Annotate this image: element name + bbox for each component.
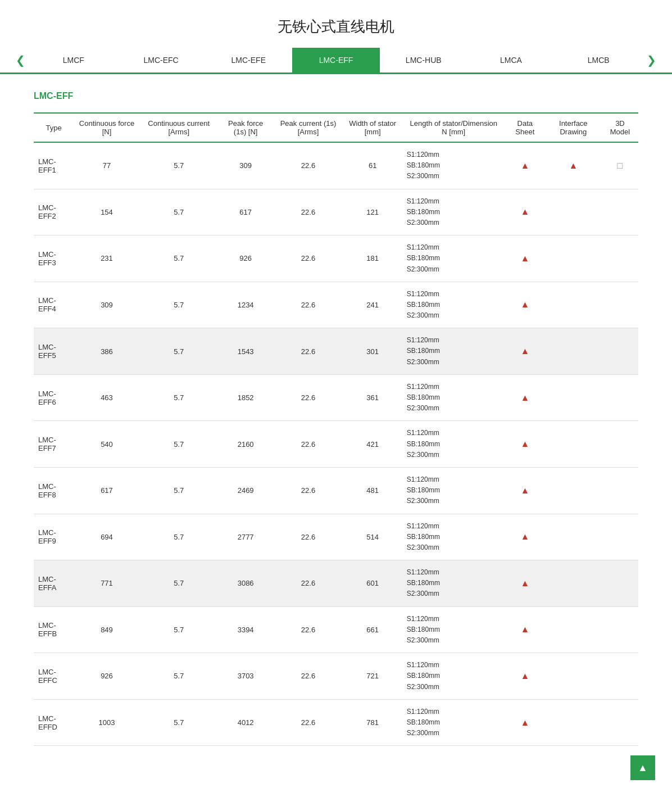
tab-LMC-EFE[interactable]: LMC-EFE bbox=[205, 48, 292, 74]
interface-cell[interactable] bbox=[545, 236, 602, 282]
pdf-icon[interactable]: ▲ bbox=[520, 486, 529, 495]
peak-current-cell: 22.6 bbox=[273, 699, 343, 746]
model-cell[interactable] bbox=[602, 606, 638, 653]
model-cell[interactable] bbox=[602, 282, 638, 328]
tab-arrow-left[interactable]: ❮ bbox=[11, 48, 30, 73]
pdf-icon[interactable]: ▲ bbox=[520, 671, 529, 681]
peak-force-cell: 3086 bbox=[218, 560, 274, 607]
data-sheet-cell[interactable]: ▲ bbox=[505, 328, 545, 375]
pdf-icon[interactable]: ▲ bbox=[520, 578, 529, 588]
col-header-0: Type bbox=[34, 113, 74, 142]
pdf-icon[interactable]: ▲ bbox=[520, 439, 529, 449]
pdf-icon[interactable]: ▲ bbox=[520, 718, 529, 727]
tab-LMCF[interactable]: LMCF bbox=[30, 48, 117, 74]
peak-current-cell: 22.6 bbox=[273, 374, 343, 421]
data-sheet-cell[interactable]: ▲ bbox=[505, 699, 545, 746]
pdf-icon[interactable]: ▲ bbox=[520, 207, 529, 216]
pdf-icon[interactable]: ▲ bbox=[520, 161, 529, 170]
pdf-icon[interactable]: ▲ bbox=[520, 532, 529, 541]
pdf-icon[interactable]: ▲ bbox=[520, 300, 529, 309]
data-sheet-cell[interactable]: ▲ bbox=[505, 560, 545, 607]
type-cell: LMC-EFF8 bbox=[34, 467, 74, 514]
model3d-icon[interactable]: □ bbox=[617, 161, 623, 170]
width-cell: 721 bbox=[343, 653, 402, 700]
type-cell: LMC-EFF2 bbox=[34, 189, 74, 236]
interface-cell[interactable] bbox=[545, 699, 602, 746]
data-sheet-cell[interactable]: ▲ bbox=[505, 514, 545, 560]
data-sheet-cell[interactable]: ▲ bbox=[505, 467, 545, 514]
model-cell[interactable] bbox=[602, 699, 638, 746]
pdf-icon[interactable]: ▲ bbox=[520, 253, 529, 263]
table-row: LMC-EFF43095.7123422.6241S1:120mmSB:180m… bbox=[34, 282, 638, 328]
interface-cell[interactable] bbox=[545, 328, 602, 375]
model-cell[interactable] bbox=[602, 560, 638, 607]
peak-current-cell: 22.6 bbox=[273, 328, 343, 375]
back-to-top-button[interactable]: ▲ bbox=[630, 755, 655, 763]
interface-cell[interactable] bbox=[545, 560, 602, 607]
continuous-current-cell: 5.7 bbox=[140, 467, 218, 514]
data-sheet-cell[interactable]: ▲ bbox=[505, 142, 545, 189]
length-cell: S1:120mmSB:180mmS2:300mm bbox=[402, 142, 505, 189]
length-cell: S1:120mmSB:180mmS2:300mm bbox=[402, 421, 505, 468]
model-cell[interactable] bbox=[602, 421, 638, 468]
col-header-8: Interface Drawing bbox=[545, 113, 602, 142]
tab-LMCA[interactable]: LMCA bbox=[467, 48, 555, 74]
table-row: LMC-EFFA7715.7308622.6601S1:120mmSB:180m… bbox=[34, 560, 638, 607]
width-cell: 421 bbox=[343, 421, 402, 468]
tab-LMC-EFC[interactable]: LMC-EFC bbox=[117, 48, 205, 74]
model-cell[interactable] bbox=[602, 189, 638, 236]
data-sheet-cell[interactable]: ▲ bbox=[505, 236, 545, 282]
pdf-icon[interactable]: ▲ bbox=[520, 624, 529, 634]
interface-cell[interactable] bbox=[545, 606, 602, 653]
data-sheet-cell[interactable]: ▲ bbox=[505, 374, 545, 421]
interface-cell[interactable] bbox=[545, 467, 602, 514]
continuous-force-cell: 771 bbox=[74, 560, 139, 607]
interface-cell[interactable] bbox=[545, 374, 602, 421]
peak-force-cell: 3394 bbox=[218, 606, 274, 653]
model-cell[interactable] bbox=[602, 374, 638, 421]
model-cell[interactable] bbox=[602, 514, 638, 560]
peak-force-cell: 3703 bbox=[218, 653, 274, 700]
tab-arrow-right[interactable]: ❯ bbox=[642, 48, 661, 73]
tab-LMCB[interactable]: LMCB bbox=[555, 48, 642, 74]
model-cell[interactable] bbox=[602, 653, 638, 700]
col-header-1: Continuous force [N] bbox=[74, 113, 139, 142]
interface-cell[interactable] bbox=[545, 653, 602, 700]
peak-force-cell: 2160 bbox=[218, 421, 274, 468]
interface-cell[interactable]: ▲ bbox=[545, 142, 602, 189]
type-cell: LMC-EFF3 bbox=[34, 236, 74, 282]
data-sheet-cell[interactable]: ▲ bbox=[505, 421, 545, 468]
tab-LMC-EFF[interactable]: LMC-EFF bbox=[292, 48, 380, 74]
continuous-current-cell: 5.7 bbox=[140, 514, 218, 560]
pdf-icon[interactable]: ▲ bbox=[520, 393, 529, 402]
page-title: 无铁心式直线电机 bbox=[0, 0, 672, 48]
model-cell[interactable] bbox=[602, 328, 638, 375]
interface-cell[interactable] bbox=[545, 189, 602, 236]
pdf-icon[interactable]: ▲ bbox=[520, 346, 529, 356]
continuous-force-cell: 694 bbox=[74, 514, 139, 560]
data-sheet-cell[interactable]: ▲ bbox=[505, 189, 545, 236]
interface-cell[interactable] bbox=[545, 282, 602, 328]
table-row: LMC-EFFD10035.7401222.6781S1:120mmSB:180… bbox=[34, 699, 638, 746]
data-sheet-cell[interactable]: ▲ bbox=[505, 606, 545, 653]
model-cell[interactable] bbox=[602, 467, 638, 514]
interface-cell[interactable] bbox=[545, 514, 602, 560]
data-sheet-cell[interactable]: ▲ bbox=[505, 653, 545, 700]
type-cell: LMC-EFF6 bbox=[34, 374, 74, 421]
col-header-9: 3D Model bbox=[602, 113, 638, 142]
peak-force-cell: 4012 bbox=[218, 699, 274, 746]
interface-cell[interactable] bbox=[545, 421, 602, 468]
pdf-icon[interactable]: ▲ bbox=[569, 161, 578, 170]
peak-current-cell: 22.6 bbox=[273, 560, 343, 607]
length-cell: S1:120mmSB:180mmS2:300mm bbox=[402, 236, 505, 282]
continuous-current-cell: 5.7 bbox=[140, 374, 218, 421]
length-cell: S1:120mmSB:180mmS2:300mm bbox=[402, 328, 505, 375]
continuous-current-cell: 5.7 bbox=[140, 236, 218, 282]
model-cell[interactable]: □ bbox=[602, 142, 638, 189]
continuous-force-cell: 386 bbox=[74, 328, 139, 375]
width-cell: 121 bbox=[343, 189, 402, 236]
model-cell[interactable] bbox=[602, 236, 638, 282]
tab-LMC-HUB[interactable]: LMC-HUB bbox=[380, 48, 467, 74]
peak-force-cell: 1543 bbox=[218, 328, 274, 375]
data-sheet-cell[interactable]: ▲ bbox=[505, 282, 545, 328]
